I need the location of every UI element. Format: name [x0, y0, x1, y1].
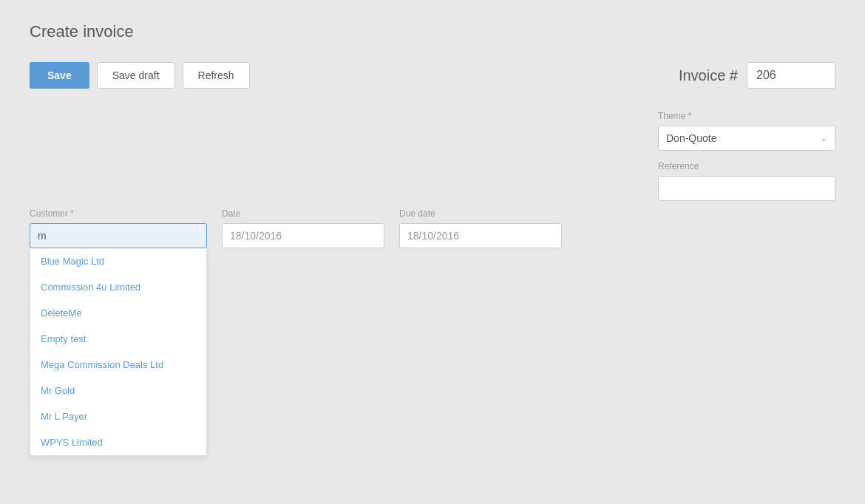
refresh-button[interactable]: Refresh	[183, 62, 250, 89]
theme-select[interactable]: Don-Quote ⌄	[658, 126, 835, 151]
list-item[interactable]: Mega Commission Deals Ltd	[30, 352, 206, 378]
theme-value: Don-Quote	[666, 132, 716, 144]
chevron-down-icon: ⌄	[820, 133, 827, 143]
list-item[interactable]: Empty test	[30, 326, 206, 352]
invoice-number-input[interactable]	[747, 62, 835, 89]
customer-wrapper: Customer * Blue Magic Ltd Commission 4u …	[30, 208, 207, 248]
customer-label: Customer *	[30, 208, 207, 219]
theme-group: Theme * Don-Quote ⌄	[658, 111, 835, 151]
due-date-group: Due date	[399, 208, 562, 248]
list-item[interactable]: Mr L Payer	[30, 403, 206, 429]
date-group: Date	[222, 208, 384, 248]
list-item[interactable]: Mr Gold	[30, 378, 206, 403]
date-input[interactable]	[222, 223, 384, 248]
toolbar: Save Save draft Refresh Invoice #	[30, 62, 835, 89]
theme-label: Theme *	[658, 111, 835, 121]
invoice-number-label: Invoice #	[679, 67, 738, 84]
reference-label: Reference	[658, 161, 835, 171]
date-label: Date	[222, 208, 384, 219]
customer-input[interactable]	[30, 223, 207, 248]
invoice-number-area: Invoice #	[679, 62, 835, 89]
list-item[interactable]: Commission 4u Limited	[30, 274, 206, 300]
due-date-label: Due date	[399, 208, 562, 219]
reference-input[interactable]	[658, 176, 835, 201]
reference-group: Reference	[658, 161, 835, 201]
save-button[interactable]: Save	[30, 62, 89, 89]
save-draft-button[interactable]: Save draft	[97, 62, 175, 89]
page-container: Create invoice Save Save draft Refresh I…	[0, 0, 865, 504]
list-item[interactable]: Blue Magic Ltd	[30, 248, 206, 274]
due-date-input[interactable]	[399, 223, 562, 248]
customer-dropdown: Blue Magic Ltd Commission 4u Limited Del…	[30, 248, 207, 456]
page-title: Create invoice	[30, 22, 835, 41]
list-item[interactable]: DeleteMe	[30, 300, 206, 326]
list-item[interactable]: WPYS Limited	[30, 429, 206, 455]
customer-input-group: Customer *	[30, 208, 207, 248]
